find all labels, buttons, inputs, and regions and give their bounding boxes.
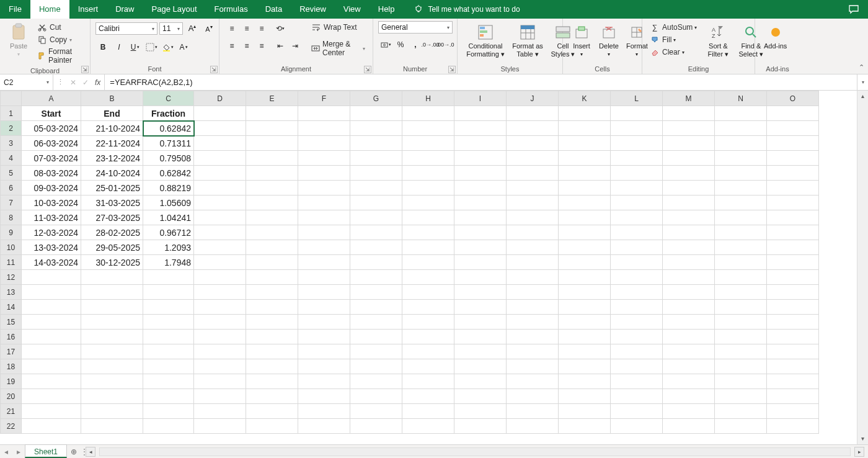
cell[interactable]: 0.71311 bbox=[143, 136, 194, 151]
cell[interactable] bbox=[81, 389, 143, 404]
row-header[interactable]: 6 bbox=[1, 181, 22, 195]
cell[interactable] bbox=[559, 136, 611, 151]
cell[interactable] bbox=[402, 136, 454, 151]
cell[interactable] bbox=[611, 359, 663, 374]
cell[interactable] bbox=[611, 315, 663, 330]
cancel-formula-button[interactable]: ✕ bbox=[70, 78, 76, 87]
cell[interactable] bbox=[298, 121, 350, 136]
cell[interactable] bbox=[194, 389, 246, 404]
cell[interactable]: 11-03-2024 bbox=[22, 210, 81, 225]
cell[interactable]: 05-03-2024 bbox=[22, 121, 81, 136]
cell[interactable] bbox=[298, 419, 350, 434]
cell[interactable]: 1.7948 bbox=[143, 255, 194, 270]
cell[interactable]: 1.2093 bbox=[143, 240, 194, 255]
cell[interactable] bbox=[559, 225, 611, 240]
cell[interactable]: Fraction bbox=[143, 106, 194, 121]
cell[interactable] bbox=[194, 166, 246, 181]
column-header[interactable]: B bbox=[81, 91, 143, 106]
cell[interactable] bbox=[715, 270, 767, 285]
cell[interactable] bbox=[143, 344, 194, 359]
cell[interactable] bbox=[767, 195, 819, 210]
cell[interactable] bbox=[715, 359, 767, 374]
cell[interactable] bbox=[350, 151, 402, 166]
cell[interactable] bbox=[402, 195, 454, 210]
row-header[interactable]: 5 bbox=[1, 166, 22, 181]
cell[interactable] bbox=[715, 240, 767, 255]
column-header[interactable]: G bbox=[350, 91, 402, 106]
row-header[interactable]: 2 bbox=[1, 121, 22, 136]
cell[interactable] bbox=[454, 330, 507, 344]
cell[interactable] bbox=[454, 315, 507, 330]
cell[interactable] bbox=[767, 300, 819, 315]
cell[interactable]: 0.88219 bbox=[143, 181, 194, 195]
column-header[interactable]: O bbox=[767, 91, 819, 106]
cell[interactable] bbox=[507, 285, 559, 300]
cell[interactable]: 30-12-2025 bbox=[81, 255, 143, 270]
horizontal-scrollbar[interactable] bbox=[99, 447, 851, 456]
menu-tab-data[interactable]: Data bbox=[257, 0, 291, 19]
align-right-button[interactable]: ≡ bbox=[255, 39, 268, 53]
cell[interactable] bbox=[298, 359, 350, 374]
cell[interactable] bbox=[298, 181, 350, 195]
cell[interactable] bbox=[22, 404, 81, 419]
cell[interactable] bbox=[194, 195, 246, 210]
cell[interactable] bbox=[611, 151, 663, 166]
cell[interactable] bbox=[350, 225, 402, 240]
orientation-button[interactable]: ⟲▾ bbox=[273, 22, 287, 35]
fx-icon[interactable]: fx bbox=[95, 78, 100, 87]
cell[interactable] bbox=[767, 225, 819, 240]
cell[interactable] bbox=[454, 151, 507, 166]
cell[interactable] bbox=[767, 359, 819, 374]
cell[interactable] bbox=[22, 330, 81, 344]
copy-button[interactable]: Copy ▾ bbox=[35, 34, 85, 46]
cell[interactable] bbox=[767, 315, 819, 330]
cell[interactable] bbox=[715, 225, 767, 240]
cell[interactable] bbox=[350, 315, 402, 330]
cell[interactable]: 24-10-2024 bbox=[81, 166, 143, 181]
row-header[interactable]: 9 bbox=[1, 225, 22, 240]
cell[interactable] bbox=[663, 344, 715, 359]
cell[interactable] bbox=[22, 359, 81, 374]
cell[interactable] bbox=[298, 136, 350, 151]
cell[interactable] bbox=[507, 240, 559, 255]
cell[interactable] bbox=[663, 151, 715, 166]
spreadsheet-grid[interactable]: ABCDEFGHIJKLMNO1StartEndFraction205-03-2… bbox=[0, 91, 868, 444]
cell[interactable] bbox=[81, 359, 143, 374]
cell[interactable] bbox=[81, 270, 143, 285]
cell[interactable]: 31-03-2025 bbox=[81, 195, 143, 210]
cell[interactable] bbox=[350, 344, 402, 359]
row-header[interactable]: 20 bbox=[1, 389, 22, 404]
align-middle-button[interactable]: ≡ bbox=[240, 22, 254, 35]
cell[interactable] bbox=[559, 359, 611, 374]
cell[interactable] bbox=[402, 330, 454, 344]
cell[interactable] bbox=[194, 106, 246, 121]
cell[interactable] bbox=[663, 330, 715, 344]
cell[interactable] bbox=[298, 195, 350, 210]
cell[interactable] bbox=[611, 166, 663, 181]
cell[interactable] bbox=[715, 181, 767, 195]
cell[interactable] bbox=[194, 225, 246, 240]
cell[interactable] bbox=[454, 166, 507, 181]
cell[interactable] bbox=[663, 121, 715, 136]
increase-decimal-button[interactable]: .0→.00 bbox=[423, 38, 437, 52]
cell[interactable] bbox=[350, 404, 402, 419]
cut-button[interactable]: Cut bbox=[35, 21, 85, 34]
cell[interactable] bbox=[143, 374, 194, 389]
cell[interactable] bbox=[454, 210, 507, 225]
cell[interactable] bbox=[246, 270, 298, 285]
cell[interactable] bbox=[81, 330, 143, 344]
percent-button[interactable]: % bbox=[394, 38, 407, 52]
cell[interactable] bbox=[22, 300, 81, 315]
cell[interactable] bbox=[402, 374, 454, 389]
cell[interactable] bbox=[663, 285, 715, 300]
cell[interactable] bbox=[246, 255, 298, 270]
cell[interactable]: 23-12-2024 bbox=[81, 151, 143, 166]
cell[interactable] bbox=[194, 359, 246, 374]
cell[interactable] bbox=[507, 136, 559, 151]
cell[interactable] bbox=[559, 315, 611, 330]
menu-tab-insert[interactable]: Insert bbox=[69, 0, 107, 19]
cell[interactable]: 27-03-2025 bbox=[81, 210, 143, 225]
cell[interactable] bbox=[767, 419, 819, 434]
cell[interactable] bbox=[611, 300, 663, 315]
cell[interactable] bbox=[611, 240, 663, 255]
